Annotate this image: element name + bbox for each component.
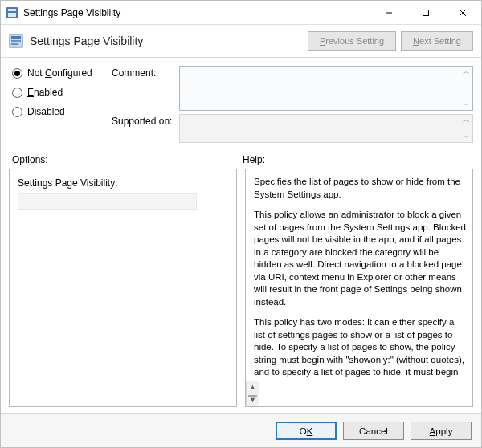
previous-setting-button[interactable]: Previous Setting (308, 31, 396, 51)
svg-rect-10 (11, 43, 18, 45)
help-paragraph: Specifies the list of pages to show or h… (254, 176, 468, 201)
state-radio-group: Not Configured Enabled Disabled (12, 66, 108, 143)
upper-section: Not Configured Enabled Disabled Comment:… (1, 58, 481, 146)
help-paragraph: This policy has two modes: it can either… (254, 316, 468, 381)
titlebar: Settings Page Visibility (1, 1, 481, 25)
settings-page-visibility-input[interactable] (18, 193, 197, 210)
radio-icon (12, 107, 22, 117)
help-text: Specifies the list of pages to show or h… (246, 169, 472, 381)
svg-rect-4 (423, 10, 429, 15)
radio-enabled[interactable]: Enabled (12, 87, 108, 98)
ok-button[interactable]: OK (276, 422, 337, 440)
radio-not-configured[interactable]: Not Configured (12, 67, 108, 79)
scroll-up-icon[interactable]: ▲ (247, 381, 259, 393)
cancel-button[interactable]: Cancel (343, 422, 404, 440)
apply-button[interactable]: Apply (411, 422, 472, 440)
comment-textarea[interactable]: ︿﹀ (179, 66, 473, 111)
help-paragraph: This policy allows an administrator to b… (254, 209, 468, 308)
scroll-thumb[interactable] (248, 395, 257, 397)
radio-disabled[interactable]: Disabled (12, 106, 108, 117)
svg-rect-8 (11, 36, 21, 39)
supported-on-label: Supported on: (112, 111, 176, 143)
radio-label: Enabled (27, 87, 63, 98)
maximize-button[interactable] (407, 1, 444, 24)
lower-section: Settings Page Visibility: Specifies the … (1, 169, 481, 413)
window-title: Settings Page Visibility (23, 7, 370, 18)
supported-on-box: ︿﹀ (179, 114, 473, 143)
help-panel: Specifies the list of pages to show or h… (245, 169, 473, 407)
svg-rect-2 (8, 13, 16, 17)
svg-rect-1 (8, 9, 16, 11)
minimize-button[interactable] (370, 1, 407, 24)
dialog-footer: OK Cancel Apply (1, 413, 481, 447)
comment-label: Comment: (112, 66, 176, 111)
header-strip: Settings Page Visibility Previous Settin… (1, 25, 481, 58)
window-controls (370, 1, 481, 24)
svg-rect-9 (11, 40, 21, 42)
radio-icon (12, 68, 22, 79)
scroll-chevrons: ︿﹀ (461, 116, 471, 141)
radio-label: Not Configured (27, 67, 92, 79)
option-field-label: Settings Page Visibility: (18, 177, 228, 189)
close-button[interactable] (444, 1, 481, 24)
radio-icon (12, 88, 22, 98)
options-panel: Settings Page Visibility: (9, 169, 237, 407)
policy-title: Settings Page Visibility (30, 35, 303, 47)
help-scrollbar[interactable]: ▲ ▼ (246, 381, 259, 406)
app-icon (6, 6, 18, 19)
radio-label: Disabled (27, 106, 65, 117)
scroll-chevrons: ︿﹀ (461, 68, 471, 108)
next-setting-button[interactable]: Next Setting (401, 31, 473, 51)
policy-icon (9, 34, 23, 48)
help-section-label: Help: (243, 154, 473, 165)
section-labels: Options: Help: (1, 146, 481, 169)
options-section-label: Options: (12, 154, 243, 165)
